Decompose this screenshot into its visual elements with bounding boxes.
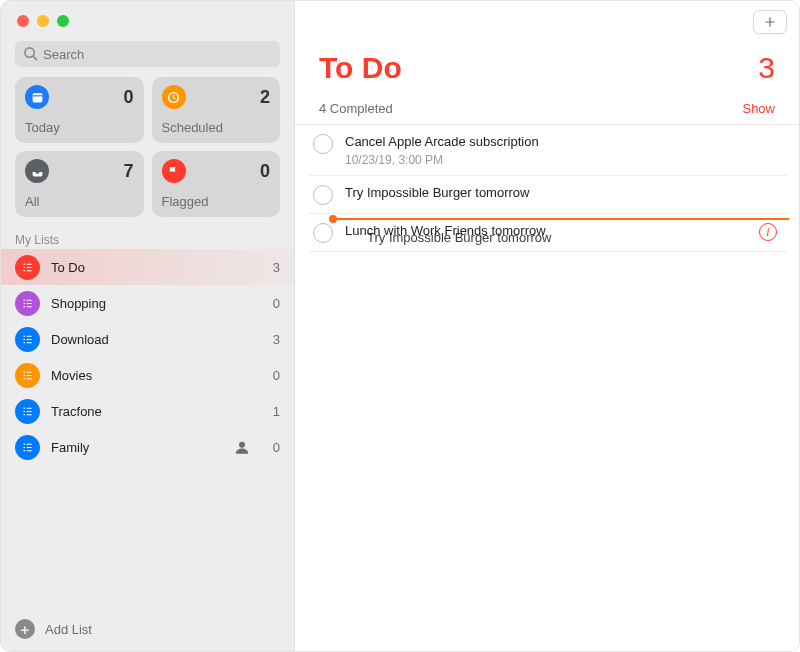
list-count: 0: [264, 440, 280, 455]
complete-toggle[interactable]: [313, 134, 333, 154]
reminder-row[interactable]: Cancel Apple Arcade subscription10/23/19…: [309, 125, 787, 176]
svg-rect-40: [26, 446, 31, 447]
smart-card-all[interactable]: 7 All: [15, 151, 144, 217]
svg-point-32: [23, 413, 25, 415]
show-completed-link[interactable]: Show: [742, 101, 775, 116]
svg-rect-33: [26, 407, 31, 408]
fullscreen-window-button[interactable]: [57, 15, 69, 27]
list-bullet-icon: [15, 327, 40, 352]
list-bullet-icon: [15, 291, 40, 316]
svg-point-18: [23, 335, 25, 337]
svg-point-8: [23, 269, 25, 271]
list-name: Family: [51, 440, 222, 455]
svg-rect-21: [26, 335, 31, 336]
svg-rect-27: [26, 371, 31, 372]
smart-label-scheduled: Scheduled: [162, 120, 271, 135]
svg-rect-9: [26, 263, 31, 264]
svg-point-36: [23, 443, 25, 445]
list-count-large: 3: [758, 51, 775, 85]
svg-rect-16: [26, 302, 31, 303]
svg-point-6: [23, 263, 25, 265]
smart-label-today: Today: [25, 120, 134, 135]
completed-bar: 4 Completed Show: [295, 95, 799, 125]
reminders-list: Cancel Apple Arcade subscription10/23/19…: [295, 125, 799, 252]
svg-point-24: [23, 371, 25, 373]
svg-point-20: [23, 341, 25, 343]
svg-point-13: [23, 302, 25, 304]
complete-toggle[interactable]: [313, 185, 333, 205]
reminder-row[interactable]: Try Impossible Burger tomorrow: [309, 176, 787, 214]
completed-label: 4 Completed: [319, 101, 393, 116]
new-reminder-button[interactable]: [753, 10, 787, 34]
smart-card-today[interactable]: 0 Today: [15, 77, 144, 143]
svg-line-1: [33, 56, 37, 60]
info-icon[interactable]: i: [759, 223, 777, 241]
reminder-title: Try Impossible Burger tomorrow: [345, 184, 777, 202]
search-input[interactable]: [15, 41, 280, 67]
minimize-window-button[interactable]: [37, 15, 49, 27]
svg-rect-29: [26, 378, 31, 379]
svg-rect-10: [26, 266, 31, 267]
list-name: Movies: [51, 368, 253, 383]
svg-point-19: [23, 338, 25, 340]
lists-container: To Do3Shopping0Download3Movies0Tracfone1…: [1, 249, 294, 607]
complete-toggle[interactable]: [313, 223, 333, 243]
list-bullet-icon: [15, 435, 40, 460]
svg-rect-39: [26, 443, 31, 444]
close-window-button[interactable]: [17, 15, 29, 27]
plus-icon: +: [15, 619, 35, 639]
list-name: Download: [51, 332, 253, 347]
list-bullet-icon: [15, 363, 40, 388]
search-icon: [23, 46, 38, 61]
toolbar: [295, 1, 799, 43]
main-panel: To Do 3 4 Completed Show Cancel Apple Ar…: [295, 1, 799, 651]
svg-rect-34: [26, 410, 31, 411]
svg-point-38: [23, 449, 25, 451]
list-count: 0: [264, 368, 280, 383]
reminder-title: Cancel Apple Arcade subscription: [345, 133, 777, 151]
shared-person-icon: [233, 438, 251, 456]
list-count: 0: [264, 296, 280, 311]
list-row-shopping[interactable]: Shopping0: [1, 285, 294, 321]
list-row-family[interactable]: Family0: [1, 429, 294, 465]
smart-count-all: 7: [123, 161, 133, 182]
list-title: To Do: [319, 51, 402, 85]
svg-point-0: [25, 48, 34, 57]
smart-label-all: All: [25, 194, 134, 209]
svg-rect-35: [26, 414, 31, 415]
reminder-subtitle: 10/23/19, 3:00 PM: [345, 153, 777, 167]
svg-point-26: [23, 377, 25, 379]
sidebar: 0 Today 2 Scheduled 7: [1, 1, 295, 651]
list-row-download[interactable]: Download3: [1, 321, 294, 357]
smart-lists-grid: 0 Today 2 Scheduled 7: [1, 77, 294, 227]
reminder-body: Cancel Apple Arcade subscription10/23/19…: [345, 133, 777, 167]
svg-rect-17: [26, 306, 31, 307]
list-count: 1: [264, 404, 280, 419]
window-controls: [1, 1, 294, 39]
svg-point-37: [23, 446, 25, 448]
reminder-title: Lunch with Work Friends tomorrow: [345, 222, 747, 240]
smart-card-flagged[interactable]: 0 Flagged: [152, 151, 281, 217]
reminder-body: Lunch with Work Friends tomorrow: [345, 222, 747, 240]
svg-point-12: [23, 299, 25, 301]
clock-icon: [162, 85, 186, 109]
smart-count-flagged: 0: [260, 161, 270, 182]
svg-rect-11: [26, 270, 31, 271]
svg-rect-23: [26, 342, 31, 343]
list-bullet-icon: [15, 399, 40, 424]
list-bullet-icon: [15, 255, 40, 280]
smart-card-scheduled[interactable]: 2 Scheduled: [152, 77, 281, 143]
tray-icon: [25, 159, 49, 183]
list-row-to-do[interactable]: To Do3: [1, 249, 294, 285]
add-list-button[interactable]: + Add List: [1, 607, 294, 651]
svg-rect-28: [26, 374, 31, 375]
svg-point-14: [23, 305, 25, 307]
svg-point-7: [23, 266, 25, 268]
list-row-movies[interactable]: Movies0: [1, 357, 294, 393]
list-header: To Do 3: [295, 43, 799, 95]
search-container: [1, 39, 294, 77]
list-row-tracfone[interactable]: Tracfone1: [1, 393, 294, 429]
svg-rect-41: [26, 450, 31, 451]
app-window: 0 Today 2 Scheduled 7: [0, 0, 800, 652]
smart-label-flagged: Flagged: [162, 194, 271, 209]
